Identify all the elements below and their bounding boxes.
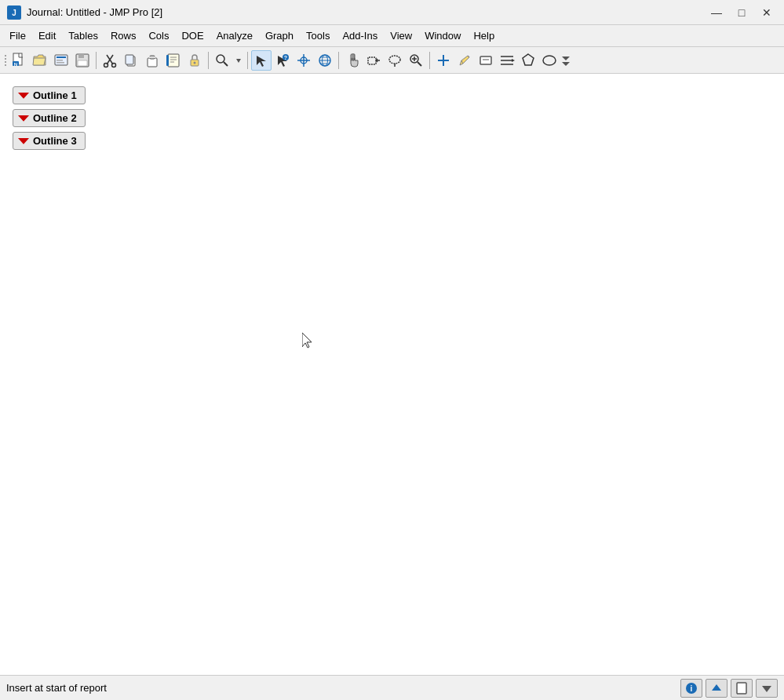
select-button[interactable] <box>363 50 384 71</box>
svg-text:J: J <box>12 9 16 17</box>
cut-button[interactable] <box>100 50 120 71</box>
window-title: Journal: Untitled - JMP Pro [2] <box>27 6 162 18</box>
browse-button[interactable] <box>51 50 71 71</box>
svg-point-27 <box>194 61 196 64</box>
svg-rect-21 <box>168 54 179 67</box>
menu-help[interactable]: Help <box>467 27 501 44</box>
main-content: Outline 1 Outline 2 Outline 3 <box>0 74 784 675</box>
svg-rect-10 <box>78 54 84 58</box>
paste-button[interactable] <box>142 50 162 71</box>
outline-button-1[interactable]: Outline 1 <box>13 86 86 104</box>
outline-button-3[interactable]: Outline 3 <box>13 132 86 150</box>
svg-rect-8 <box>57 62 64 64</box>
pencil-button[interactable] <box>454 50 475 71</box>
svg-rect-11 <box>78 60 87 66</box>
arrow-tool-button[interactable] <box>251 50 272 71</box>
menu-doe[interactable]: DOE <box>175 27 210 44</box>
menu-edit[interactable]: Edit <box>32 27 62 44</box>
svg-point-44 <box>389 56 400 64</box>
svg-marker-59 <box>512 59 515 62</box>
menu-tools[interactable]: Tools <box>300 27 336 44</box>
svg-point-28 <box>217 55 224 63</box>
page-view-button[interactable] <box>731 679 753 698</box>
copy-button[interactable] <box>121 50 141 71</box>
app-icon: J <box>6 5 22 20</box>
toolbar-drag-handle[interactable] <box>3 51 8 70</box>
menu-cols[interactable]: Cols <box>142 27 175 44</box>
svg-line-47 <box>418 62 421 66</box>
status-bar: Insert at start of report i <box>0 675 784 700</box>
toolbar-sep-3 <box>247 52 248 69</box>
outline-arrow-3 <box>18 136 29 147</box>
svg-marker-30 <box>236 59 241 63</box>
svg-rect-25 <box>166 55 169 66</box>
globe-button[interactable] <box>315 50 335 71</box>
toolbar: N <box>0 47 784 74</box>
toolbar-sep-2 <box>208 52 209 69</box>
lock-button[interactable] <box>184 50 205 71</box>
lines-button[interactable] <box>497 50 517 71</box>
help-tool-button[interactable]: ? <box>272 50 293 71</box>
menu-view[interactable]: View <box>384 27 418 44</box>
outline-label-2: Outline 2 <box>33 112 77 124</box>
svg-point-61 <box>543 56 556 65</box>
scroll-down-button[interactable] <box>756 679 778 698</box>
menu-addins[interactable]: Add-Ins <box>336 27 384 44</box>
new-button[interactable]: N <box>9 50 29 71</box>
annotate-button[interactable] <box>476 50 496 71</box>
svg-marker-64 <box>302 333 312 348</box>
svg-point-15 <box>112 63 116 67</box>
svg-rect-43 <box>368 57 376 64</box>
svg-marker-31 <box>257 56 266 67</box>
lasso-button[interactable] <box>385 50 405 71</box>
svg-marker-67 <box>712 684 721 691</box>
info-button[interactable]: i <box>680 679 702 698</box>
outline-item-2[interactable]: Outline 2 <box>13 109 771 127</box>
save-button[interactable] <box>72 50 93 71</box>
menu-bar: File Edit Tables Rows Cols DOE Analyze G… <box>0 25 784 47</box>
search-dropdown[interactable] <box>233 50 244 71</box>
svg-point-14 <box>104 63 108 67</box>
svg-rect-6 <box>57 57 66 58</box>
title-bar: J Journal: Untitled - JMP Pro [2] — □ ✕ <box>0 0 784 25</box>
svg-marker-63 <box>562 62 570 66</box>
status-controls: i <box>680 679 778 698</box>
menu-window[interactable]: Window <box>418 27 467 44</box>
svg-rect-18 <box>148 58 157 67</box>
menu-analyze[interactable]: Analyze <box>210 27 259 44</box>
outline-arrow-2 <box>18 113 29 124</box>
journal-button[interactable] <box>163 50 184 71</box>
menu-file[interactable]: File <box>3 27 32 44</box>
toolbar-sep-5 <box>429 52 430 69</box>
svg-rect-20 <box>149 57 155 58</box>
maximize-button[interactable]: □ <box>731 5 753 20</box>
search-button[interactable] <box>212 50 232 71</box>
add-button[interactable] <box>433 50 454 71</box>
open-button[interactable] <box>30 50 50 71</box>
zoom-button[interactable] <box>406 50 426 71</box>
svg-text:?: ? <box>284 55 287 60</box>
scroll-up-button[interactable] <box>706 679 727 698</box>
minimize-button[interactable]: — <box>706 5 727 20</box>
outline-label-3: Outline 3 <box>33 135 77 147</box>
outline-item-1[interactable]: Outline 1 <box>13 86 771 104</box>
outline-item-3[interactable]: Outline 3 <box>13 132 771 150</box>
toolbar-sep-1 <box>96 52 97 69</box>
hand-button[interactable] <box>342 50 363 71</box>
svg-rect-7 <box>57 60 63 61</box>
polygon-button[interactable] <box>518 50 538 71</box>
svg-marker-69 <box>762 686 771 692</box>
close-button[interactable]: ✕ <box>756 5 778 20</box>
svg-line-29 <box>224 62 228 66</box>
menu-rows[interactable]: Rows <box>104 27 143 44</box>
svg-rect-68 <box>737 683 746 694</box>
crosshair-button[interactable] <box>294 50 314 71</box>
svg-marker-60 <box>523 54 534 65</box>
menu-graph[interactable]: Graph <box>259 27 300 44</box>
outline-button-2[interactable]: Outline 2 <box>13 109 86 127</box>
menu-tables[interactable]: Tables <box>62 27 104 44</box>
toolbar-overflow[interactable] <box>560 50 571 71</box>
svg-rect-17 <box>126 55 133 64</box>
toolbar-sep-4 <box>338 52 339 69</box>
ellipse-button[interactable] <box>539 50 560 71</box>
